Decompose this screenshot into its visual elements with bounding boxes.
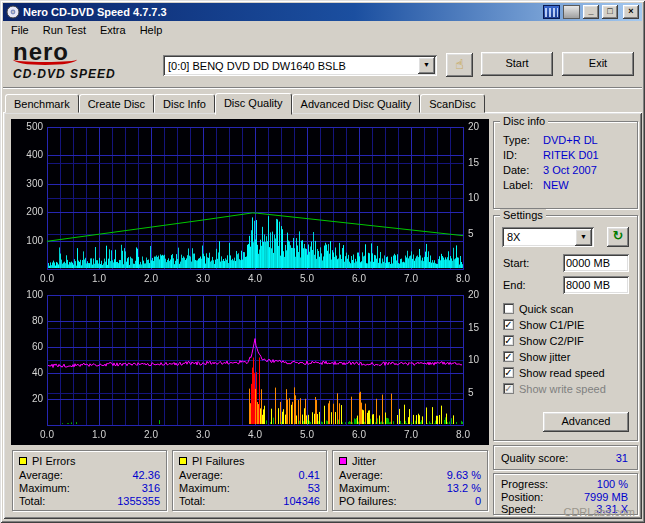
disc-type-row: Type: DVD+R DL	[494, 132, 637, 147]
watermark: CDRLabs.com	[563, 506, 635, 518]
menu-run-test[interactable]: Run Test	[36, 22, 93, 38]
nero-logo: nero CD·DVD SPEED	[13, 40, 153, 81]
tab-benchmark[interactable]: Benchmark	[5, 94, 79, 113]
tab-disc-info[interactable]: Disc Info	[154, 94, 215, 113]
disc-label-row: Label: NEW	[494, 177, 637, 192]
pi-failures-stats: PI Failures Average:0.41 Maximum:53 Tota…	[172, 450, 327, 511]
checkbox-show-c1-pie[interactable]: ✓ Show C1/PIE	[503, 318, 584, 331]
menu-extra[interactable]: Extra	[93, 22, 133, 38]
chevron-down-icon[interactable]: ▼	[418, 57, 435, 74]
keyboard-icon[interactable]	[543, 5, 560, 19]
speed-select-value: 8X	[502, 231, 575, 243]
menu-file[interactable]: File	[4, 22, 36, 38]
progress-row: Progress: 100 %	[501, 478, 628, 491]
toolbar: nero CD·DVD SPEED [0:0] BENQ DVD DD DW16…	[3, 39, 642, 87]
disc-quality-page: Disc info Type: DVD+R DL ID: RITEK D01 D…	[3, 112, 642, 519]
disc-label-value: NEW	[543, 179, 569, 191]
app-icon	[6, 5, 20, 19]
menu-help[interactable]: Help	[133, 22, 170, 38]
app-window: Nero CD-DVD Speed 4.7.7.3 _ □ × File Run…	[0, 0, 645, 523]
series-color-swatch	[19, 457, 27, 465]
stats-row: Average:0.41	[173, 469, 326, 482]
chart-panel	[11, 119, 489, 445]
tab-strip: Benchmark Create Disc Disc Info Disc Qua…	[5, 91, 485, 113]
toolbar-divider	[3, 87, 642, 89]
tab-advanced-disc-quality[interactable]: Advanced Disc Quality	[292, 94, 421, 113]
checkbox-show-c2-pif[interactable]: ✓ Show C2/PIF	[503, 334, 584, 347]
cddvd-speed-logo-text: CD·DVD SPEED	[13, 67, 153, 81]
end-position-input[interactable]	[563, 276, 629, 294]
grab-tool-button[interactable]: ☝	[446, 53, 473, 77]
stats-row: Average:42.36	[13, 469, 166, 482]
stats-row: PO failures:0	[333, 495, 487, 508]
disc-quality-charts	[11, 119, 489, 445]
checkbox-show-write-speed[interactable]: ✓ Show write speed	[503, 382, 606, 395]
start-position-input[interactable]	[563, 254, 629, 272]
disc-type-value: DVD+R DL	[543, 134, 598, 146]
stats-title: PI Failures	[192, 455, 245, 467]
maximize-button[interactable]: □	[602, 5, 618, 19]
checkbox-box: ✓	[503, 367, 514, 378]
checkbox-box: ✓	[503, 335, 514, 346]
tab-disc-quality[interactable]: Disc Quality	[215, 93, 292, 115]
window-title: Nero CD-DVD Speed 4.7.7.3	[23, 6, 540, 18]
disc-id-row: ID: RITEK D01	[494, 147, 637, 162]
minimize-button[interactable]: _	[583, 5, 599, 19]
quality-score-panel: Quality score: 31	[493, 445, 638, 470]
exit-button[interactable]: Exit	[562, 52, 634, 76]
stats-row: Maximum:53	[173, 482, 326, 495]
chevron-down-icon[interactable]: ▼	[575, 229, 592, 246]
nero-logo-swoosh	[13, 54, 77, 65]
stats-row: Total:1355355	[13, 495, 166, 508]
stats-title: Jitter	[352, 455, 376, 467]
checkbox-box: ✓	[503, 351, 514, 362]
drive-select-value: [0:0] BENQ DVD DD DW1640 BSLB	[163, 60, 418, 72]
close-button[interactable]: ×	[623, 5, 639, 19]
disc-info-group: Disc info Type: DVD+R DL ID: RITEK D01 D…	[493, 121, 638, 209]
hand-icon: ☝	[455, 56, 464, 72]
disc-info-title: Disc info	[500, 115, 548, 127]
position-value: 7999 MB	[584, 491, 628, 504]
quality-score-label: Quality score:	[501, 452, 568, 464]
position-row: Position: 7999 MB	[501, 491, 628, 504]
checkbox-show-jitter[interactable]: ✓ Show jitter	[503, 350, 570, 363]
progress-value: 100 %	[597, 478, 628, 491]
tray-icon[interactable]	[563, 5, 580, 19]
refresh-button[interactable]: ↻	[607, 227, 629, 247]
checkbox-box: ✓	[503, 383, 514, 394]
disc-date-row: Date: 3 Oct 2007	[494, 162, 637, 177]
refresh-icon: ↻	[613, 228, 624, 243]
stats-title: PI Errors	[32, 455, 75, 467]
disc-id-value: RITEK D01	[543, 149, 599, 161]
tab-create-disc[interactable]: Create Disc	[79, 94, 154, 113]
speed-select[interactable]: 8X ▼	[502, 227, 594, 247]
menubar: File Run Test Extra Help	[3, 21, 642, 39]
stats-row: Total:104346	[173, 495, 326, 508]
start-position-label: Start:	[503, 257, 529, 269]
tab-scandisc[interactable]: ScanDisc	[420, 94, 484, 113]
stats-row: Maximum:316	[13, 482, 166, 495]
series-color-swatch	[179, 457, 187, 465]
checkbox-show-read-speed[interactable]: ✓ Show read speed	[503, 366, 605, 379]
pi-errors-stats: PI Errors Average:42.36 Maximum:316 Tota…	[12, 450, 167, 511]
start-button[interactable]: Start	[481, 52, 553, 76]
checkbox-box	[503, 303, 514, 314]
settings-group: Settings 8X ▼ ↻ Start: End: Quick scan ✓…	[493, 215, 638, 441]
end-position-label: End:	[503, 279, 526, 291]
drive-select[interactable]: [0:0] BENQ DVD DD DW1640 BSLB ▼	[163, 55, 437, 76]
titlebar[interactable]: Nero CD-DVD Speed 4.7.7.3 _ □ ×	[3, 3, 642, 21]
jitter-stats: Jitter Average:9.63 % Maximum:13.2 % PO …	[332, 450, 488, 511]
stats-row: Maximum:13.2 %	[333, 482, 487, 495]
stats-row: Average:9.63 %	[333, 469, 487, 482]
settings-title: Settings	[500, 209, 546, 221]
series-color-swatch	[339, 457, 347, 465]
disc-date-value: 3 Oct 2007	[543, 164, 597, 176]
checkbox-box: ✓	[503, 319, 514, 330]
quality-score-value: 31	[616, 452, 628, 464]
checkbox-quick-scan[interactable]: Quick scan	[503, 302, 573, 315]
advanced-button[interactable]: Advanced	[543, 412, 629, 432]
